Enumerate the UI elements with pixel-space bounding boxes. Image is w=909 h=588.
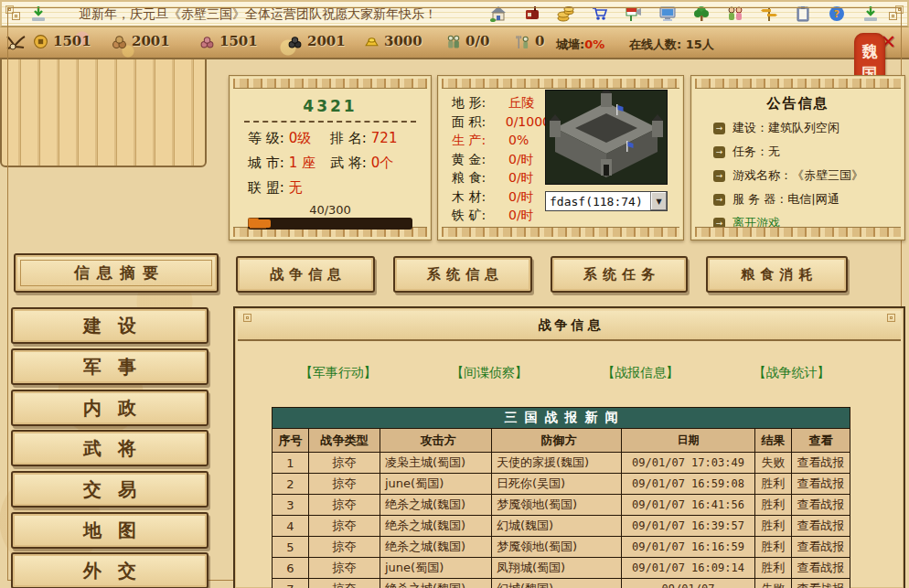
war-links: 【军事行动】 【间谍侦察】 【战报信息】 【战争统计】 bbox=[262, 365, 867, 381]
sidebar-item-military[interactable]: 军事 bbox=[11, 348, 209, 385]
player-name: 4321 bbox=[230, 97, 431, 115]
table-cell: 7 bbox=[273, 579, 309, 588]
sidebar-item-label: 外交 bbox=[67, 559, 153, 583]
column-header: 战争类型 bbox=[309, 429, 380, 453]
tab-food-consumption[interactable]: 粮食消耗 bbox=[706, 256, 848, 293]
table-cell: 绝杀之城(魏国) bbox=[380, 495, 492, 516]
table-cell: 09/01/07 16:59:08 bbox=[622, 474, 755, 495]
stat-area: 面 积:0/1000 bbox=[452, 112, 551, 132]
table-cell: 4 bbox=[273, 516, 309, 537]
link-spy-scout[interactable]: 【间谍侦察】 bbox=[451, 365, 528, 381]
table-cell: 胜利 bbox=[755, 516, 792, 537]
view-report-link[interactable]: 查看战报 bbox=[792, 495, 850, 516]
table-header-row: 序号战争类型攻击方防御方日期结果查看 bbox=[273, 429, 850, 453]
table-cell: 失败 bbox=[755, 579, 792, 588]
table-title-row: 三国战报新闻 bbox=[273, 408, 850, 429]
stat-level: 等 级:0级 bbox=[248, 130, 330, 147]
view-report-link[interactable]: 查看战报 bbox=[792, 537, 850, 558]
sidebar-item-diplomacy[interactable]: 外交 bbox=[11, 552, 209, 588]
table-cell: 绝杀之城(魏国) bbox=[380, 516, 492, 537]
kingdom-panel: 魏国 bbox=[0, 0, 207, 167]
stat-food-rate: 粮 食:0/时 bbox=[452, 168, 551, 187]
stat-rank: 排 名:721 bbox=[330, 130, 412, 147]
column-header: 防御方 bbox=[492, 429, 622, 453]
view-report-link[interactable]: 查看战报 bbox=[792, 453, 850, 474]
view-report-link[interactable]: 查看战报 bbox=[792, 558, 850, 579]
stat-generals: 武 将:0个 bbox=[330, 155, 412, 172]
table-cell: 掠夺 bbox=[309, 579, 380, 588]
stat-production: 生 产:0% bbox=[452, 131, 551, 150]
city-stats: 地 形:丘陵 面 积:0/1000 生 产:0% 黄 金:0/时 粮 食:0/时… bbox=[452, 93, 551, 225]
city-selector[interactable]: fdasf(118:74) ▼ bbox=[545, 191, 668, 211]
war-table-body: 三国战报新闻序号战争类型攻击方防御方日期结果查看1掠夺凌枭主城(蜀国)天使的家援… bbox=[273, 408, 850, 588]
table-row: 1掠夺凌枭主城(蜀国)天使的家援(魏国)09/01/07 17:03:49失败查… bbox=[273, 453, 850, 474]
table-row: 4掠夺绝杀之城(魏国)幻城(魏国)09/01/07 16:39:57胜利查看战报 bbox=[273, 516, 850, 537]
tab-frame bbox=[20, 260, 212, 286]
dropdown-arrow-icon[interactable]: ▼ bbox=[650, 192, 667, 210]
table-row: 5掠夺绝杀之城(魏国)梦魇领地(蜀国)09/01/07 16:16:59胜利查看… bbox=[273, 537, 850, 558]
tab-label: 系统任务 bbox=[578, 266, 660, 283]
tab-label: 战争信息 bbox=[264, 266, 347, 283]
sidebar-item-internal-affairs[interactable]: 内政 bbox=[11, 390, 209, 426]
table-cell: 胜利 bbox=[755, 537, 792, 558]
table-cell: 掠夺 bbox=[309, 453, 380, 474]
stat-iron-rate: 铁 矿:0/时 bbox=[452, 206, 551, 225]
sidebar-item-label: 武将 bbox=[67, 436, 153, 461]
announcement-server: →服 务 器：电信|网通 bbox=[713, 191, 904, 208]
player-panel: 4321 等 级:0级 排 名:721 城 市:1 座 武 将:0个 联 盟:无… bbox=[229, 75, 432, 241]
tab-system-info[interactable]: 系统信息 bbox=[393, 256, 532, 293]
column-header: 查看 bbox=[792, 429, 850, 453]
sidebar-item-label: 交易 bbox=[67, 477, 153, 502]
announcement-build: →建设：建筑队列空闲 bbox=[713, 120, 904, 136]
sidebar-item-trade[interactable]: 交易 bbox=[11, 471, 209, 508]
table-cell: 掠夺 bbox=[309, 516, 380, 537]
table-cell: 09/01/07 17:03:49 bbox=[622, 453, 755, 474]
announcement-panel: 公告信息 →建设：建筑队列空闲 →任务：无 →游戏名称：《赤壁三国》 →服 务 … bbox=[690, 75, 905, 241]
panel-fringe bbox=[695, 227, 901, 237]
game-screen: 迎新年，庆元旦《赤壁三国》全体运营团队祝愿大家新年快乐！ ? 1501 2001 bbox=[0, 0, 909, 588]
table-cell: 绝杀之城(魏国) bbox=[380, 537, 492, 558]
arrow-bullet-icon: → bbox=[713, 146, 725, 158]
city-panel: 地 形:丘陵 面 积:0/1000 生 产:0% 黄 金:0/时 粮 食:0/时… bbox=[437, 75, 684, 241]
column-header: 序号 bbox=[273, 429, 309, 453]
sidebar-item-label: 内政 bbox=[67, 396, 153, 421]
sidebar-item-build[interactable]: 建设 bbox=[11, 307, 209, 344]
corner-ornament bbox=[12, 12, 20, 20]
tab-war-info[interactable]: 战争信息 bbox=[236, 256, 375, 293]
sidebar-item-map[interactable]: 地图 bbox=[11, 512, 209, 549]
view-report-link[interactable]: 查看战报 bbox=[792, 516, 850, 537]
tab-label: 系统信息 bbox=[422, 266, 504, 283]
table-cell: 6 bbox=[273, 558, 309, 579]
table-cell: 掠夺 bbox=[309, 474, 380, 495]
tab-summary[interactable]: 信息摘要 bbox=[14, 253, 219, 293]
link-battle-report[interactable]: 【战报信息】 bbox=[602, 365, 679, 381]
table-cell: 梦魇领地(蜀国) bbox=[492, 537, 622, 558]
arrow-bullet-icon: → bbox=[713, 123, 725, 134]
link-war-statistics[interactable]: 【战争统计】 bbox=[753, 365, 829, 381]
announcement-task: →任务：无 bbox=[713, 144, 904, 160]
sidebar-item-generals[interactable]: 武将 bbox=[11, 430, 209, 466]
panel-fringe bbox=[442, 79, 679, 89]
table-cell: 09/01/07 bbox=[622, 579, 755, 588]
corner-ornament bbox=[887, 314, 895, 322]
panel-fringe bbox=[233, 79, 427, 89]
tab-system-task[interactable]: 系统任务 bbox=[551, 256, 688, 293]
table-cell: 2 bbox=[273, 474, 309, 495]
table-cell: 09/01/07 16:16:59 bbox=[622, 537, 755, 558]
corner-ornament bbox=[243, 314, 251, 322]
table-cell: 掠夺 bbox=[309, 558, 380, 579]
content-header-title: 战争信息 bbox=[535, 317, 604, 334]
announcement-title: 公告信息 bbox=[691, 95, 904, 112]
table-cell: 5 bbox=[273, 537, 309, 558]
link-military-action[interactable]: 【军事行动】 bbox=[300, 365, 377, 381]
table-cell: 绝杀之城(魏国) bbox=[380, 579, 492, 588]
view-report-link[interactable]: 查看战报 bbox=[792, 474, 850, 495]
view-report-link[interactable]: 查看战报 bbox=[792, 579, 850, 588]
table-cell: 胜利 bbox=[755, 495, 792, 516]
stat-cities: 城 市:1 座 bbox=[248, 155, 330, 172]
war-report-table: 三国战报新闻序号战争类型攻击方防御方日期结果查看1掠夺凌枭主城(蜀国)天使的家援… bbox=[272, 407, 850, 588]
column-header: 结果 bbox=[755, 429, 792, 453]
stat-wood-rate: 木 材:0/时 bbox=[452, 187, 551, 207]
table-cell: 梦魇领地(蜀国) bbox=[492, 495, 622, 516]
arrow-bullet-icon: → bbox=[713, 170, 725, 182]
